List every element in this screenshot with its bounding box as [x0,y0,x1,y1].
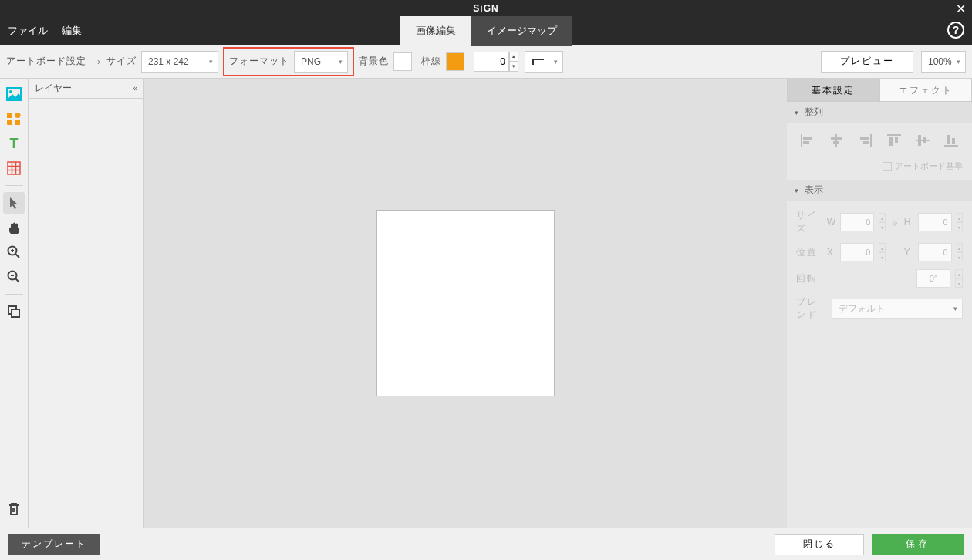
svg-rect-32 [895,137,898,143]
prop-blend-label: ブレンド [796,295,827,322]
tab-basic-settings[interactable]: 基本設定 [787,79,879,102]
format-label: フォーマット [229,55,289,68]
artboard[interactable] [376,210,555,396]
save-button[interactable]: 保存 [872,534,964,555]
tab-effect[interactable]: エフェクト [879,79,972,102]
svg-rect-20 [12,309,19,317]
caret-down-icon: ▾ [953,305,957,312]
svg-rect-23 [803,141,809,144]
border-label: 枠線 [421,55,441,68]
svg-rect-34 [918,135,921,146]
align-right-icon[interactable] [854,131,876,150]
align-vcenter-icon[interactable] [912,131,933,150]
svg-rect-35 [923,137,926,143]
prop-size-label: サイズ [796,209,822,235]
caret-down-icon: ▾ [957,58,960,66]
svg-rect-4 [7,120,12,125]
border-color-swatch[interactable] [446,52,464,71]
right-panel: 基本設定 エフェクト ▾ 整列 アートボード基準 ▾ 表示 サイズ W [787,79,972,528]
svg-rect-26 [833,141,839,144]
svg-rect-22 [803,137,812,140]
zoom-dropdown[interactable]: 100% ▾ [921,51,966,73]
caret-down-icon: ▾ [795,109,798,116]
bgcolor-swatch[interactable] [393,52,412,71]
prop-rot-label: 回転 [796,272,827,285]
size-dropdown[interactable]: 231 x 242 ▾ [141,51,218,73]
tab-image-edit[interactable]: 画像編集 [400,16,471,46]
svg-rect-25 [831,137,842,140]
svg-rect-38 [952,138,955,144]
layer-title: レイヤー [35,82,72,95]
format-highlight: フォーマット PNG ▾ [223,47,354,76]
align-left-icon[interactable] [797,131,818,150]
artboard-settings-label: アートボード設定 [6,55,86,68]
linestyle-dropdown[interactable]: ▾ [525,51,563,73]
copy-tool-icon[interactable] [3,301,25,322]
template-button[interactable]: テンプレート [8,534,100,555]
close-icon[interactable]: ✕ [956,2,966,16]
svg-line-13 [15,254,19,258]
menubar: ファイル 編集 画像編集 イメージマップ ? [0,17,972,45]
svg-rect-31 [889,137,893,146]
format-dropdown[interactable]: PNG ▾ [294,51,348,73]
spinner-down[interactable]: ▾ [509,62,518,72]
caret-down-icon: ▾ [795,187,798,194]
align-bottom-icon[interactable] [940,131,962,150]
width-input[interactable] [840,213,874,231]
layer-panel: レイヤー « [29,79,144,528]
align-hcenter-icon[interactable] [825,131,847,150]
preview-button[interactable]: プレビュー [821,51,913,73]
zoom-in-icon[interactable] [3,241,25,263]
svg-rect-37 [947,135,950,144]
text-tool-icon[interactable]: T [3,133,25,154]
app-title: SiGN [473,3,498,14]
chevron-right-icon: › [97,56,100,67]
svg-point-1 [9,90,12,93]
menu-file[interactable]: ファイル [8,24,48,38]
toolstrip: T [0,79,29,528]
trash-icon[interactable] [3,498,25,520]
collapse-icon[interactable]: « [133,84,137,93]
caret-down-icon: ▾ [339,58,343,66]
svg-rect-2 [7,113,12,118]
border-width-input[interactable] [474,52,509,72]
image-tool-icon[interactable] [3,83,25,105]
svg-rect-28 [860,137,869,140]
menu-edit[interactable]: 編集 [62,24,82,38]
shapes-tool-icon[interactable] [3,108,25,130]
rotation-input[interactable] [916,269,950,288]
help-icon[interactable]: ? [947,22,964,39]
align-top-icon[interactable] [883,131,905,150]
blend-dropdown[interactable]: デフォルト ▾ [832,299,963,319]
pointer-tool-icon[interactable] [3,192,25,214]
link-icon[interactable]: ⟐ [892,217,898,228]
zoom-out-icon[interactable] [3,266,25,288]
svg-line-17 [15,278,19,282]
size-label: サイズ [106,55,137,68]
x-input[interactable] [840,243,874,261]
svg-rect-29 [863,141,869,144]
prop-pos-label: 位置 [796,246,822,259]
close-button[interactable]: 閉じる [775,534,864,555]
svg-text:T: T [10,137,19,150]
artboard-base-label: アートボード基準 [895,160,963,172]
canvas-area[interactable] [144,79,787,528]
tab-image-map[interactable]: イメージマップ [471,16,572,46]
footer: テンプレート 閉じる 保存 [0,528,972,560]
artboard-base-checkbox[interactable] [883,162,892,171]
section-align-header[interactable]: ▾ 整列 [787,102,972,123]
bgcolor-label: 背景色 [359,55,389,68]
titlebar: SiGN ✕ [0,0,972,17]
svg-rect-5 [15,120,20,125]
spinner-up[interactable]: ▴ [509,52,518,62]
svg-rect-7 [8,162,20,174]
height-input[interactable] [918,213,952,231]
y-input[interactable] [918,243,952,261]
section-display-header[interactable]: ▾ 表示 [787,180,972,201]
toolbar: アートボード設定 › サイズ 231 x 242 ▾ フォーマット PNG ▾ … [0,45,972,79]
caret-down-icon: ▾ [209,58,213,66]
svg-point-3 [15,113,21,118]
hand-tool-icon[interactable] [3,217,25,238]
grid-tool-icon[interactable] [3,157,25,179]
caret-down-icon: ▾ [554,58,558,66]
